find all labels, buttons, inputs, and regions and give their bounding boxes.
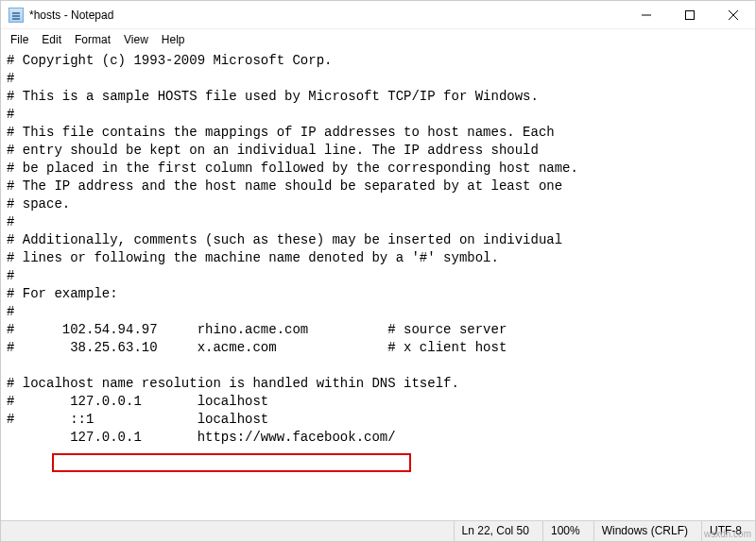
status-spacer	[1, 521, 454, 541]
menu-view[interactable]: View	[118, 31, 154, 48]
maximize-button[interactable]	[668, 1, 712, 29]
menu-help[interactable]: Help	[156, 31, 191, 48]
menu-format[interactable]: Format	[69, 31, 116, 48]
window-title: *hosts - Notepad	[29, 8, 113, 22]
statusbar: Ln 22, Col 50 100% Windows (CRLF) UTF-8	[1, 520, 755, 541]
minimize-button[interactable]	[625, 1, 668, 29]
titlebar[interactable]: *hosts - Notepad	[1, 1, 755, 29]
menu-edit[interactable]: Edit	[36, 31, 67, 48]
close-button[interactable]	[712, 1, 755, 29]
menu-file[interactable]: File	[5, 31, 34, 48]
svg-rect-0	[686, 10, 695, 19]
menubar: File Edit Format View Help	[1, 29, 755, 50]
watermark: wsxdn.com	[704, 529, 751, 539]
notepad-icon	[9, 8, 24, 23]
status-eol: Windows (CRLF)	[593, 521, 701, 541]
status-zoom: 100%	[542, 521, 593, 541]
status-position: Ln 22, Col 50	[454, 521, 542, 541]
text-editor[interactable]: # Copyright (c) 1993-2009 Microsoft Corp…	[1, 50, 755, 511]
